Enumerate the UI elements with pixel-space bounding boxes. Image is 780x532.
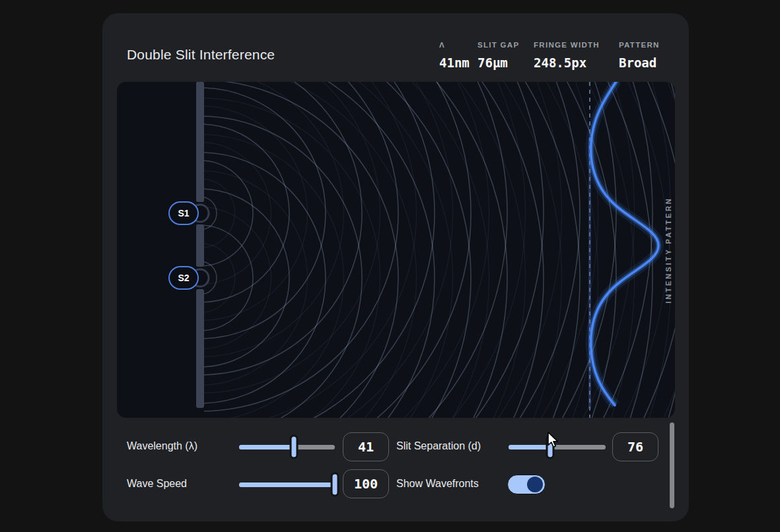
show-wavefronts-label: Show Wavefronts <box>396 478 479 490</box>
slit-badge-s2[interactable]: S2 <box>168 266 199 290</box>
wavelength-label: Wavelength (λ) <box>127 440 197 452</box>
slit-separation-slider-fill <box>509 445 550 449</box>
slit-separation-label: Slit Separation (d) <box>396 440 481 452</box>
intensity-pattern-label: INTENSITY PATTERN <box>664 197 672 304</box>
stat-pattern-value: Broad <box>619 55 656 70</box>
wave-speed-slider-thumb[interactable] <box>331 473 339 497</box>
show-wavefronts-toggle[interactable] <box>507 475 546 494</box>
wavelength-slider-thumb[interactable] <box>289 435 298 459</box>
stat-wavelength-label: Λ <box>439 41 445 49</box>
slit-s2-text: S2 <box>178 273 189 283</box>
barrier <box>192 82 209 408</box>
stat-fringe-width-value: 248.5px <box>534 55 586 70</box>
slit-separation-value-input[interactable]: 76 <box>612 432 658 461</box>
wave-scene <box>117 82 675 418</box>
slit-badge-s1[interactable]: S1 <box>168 201 199 225</box>
stat-slit-gap-value: 76μm <box>478 55 508 70</box>
stat-slit-gap-label: SLIT GAP <box>478 41 519 49</box>
stat-pattern-label: PATTERN <box>619 41 660 49</box>
stat-fringe-width-label: FRINGE WIDTH <box>534 41 600 49</box>
wave-speed-label: Wave Speed <box>127 478 187 490</box>
app-window: Double Slit Interference Λ 41nm SLIT GAP… <box>0 0 780 532</box>
wave-speed-slider-track[interactable] <box>239 482 335 487</box>
wavelength-slider-track[interactable] <box>239 445 335 449</box>
mouse-cursor-icon <box>547 432 563 449</box>
wave-speed-slider[interactable] <box>239 473 335 496</box>
simulation-canvas[interactable]: INTENSITY PATTERN <box>117 82 675 418</box>
wavelength-slider-fill <box>239 445 294 449</box>
wave-speed-value-input[interactable]: 100 <box>343 469 389 498</box>
controls-scrollbar[interactable] <box>670 422 674 508</box>
slit-s1-text: S1 <box>178 208 189 218</box>
toggle-knob <box>527 477 543 492</box>
wave-speed-slider-fill <box>239 482 335 487</box>
page-title: Double Slit Interference <box>127 47 275 63</box>
wavelength-slider[interactable] <box>239 435 335 459</box>
stat-wavelength-value: 41nm <box>439 55 470 70</box>
wavelength-value-input[interactable]: 41 <box>343 432 389 461</box>
